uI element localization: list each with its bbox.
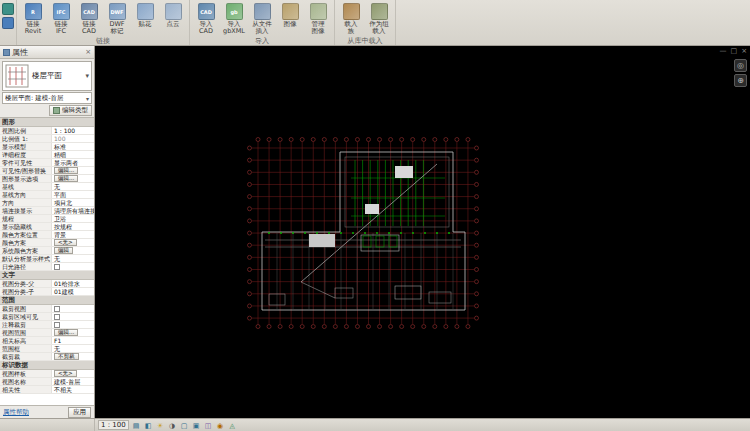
property-value-text: 背景 <box>54 231 66 238</box>
property-value[interactable]: 标准 <box>52 143 94 150</box>
sun-path-icon[interactable]: ☀ <box>155 420 166 430</box>
ribbon-button[interactable]: R链接 Revit <box>19 1 47 36</box>
property-row: 图形显示选项编辑... <box>0 175 94 183</box>
ribbon-panels: R链接 RevitIFC链接 IFCCAD链接 CADDWFDWF 标记贴花点云… <box>17 0 396 45</box>
property-label: 显示隐藏线 <box>0 223 52 230</box>
property-edit-button[interactable]: 不剪裁 <box>54 353 79 360</box>
property-edit-button[interactable]: 编辑... <box>54 167 78 174</box>
ribbon-button-label: 作为组 载入 <box>369 21 389 36</box>
property-value[interactable]: 按规程 <box>52 223 94 230</box>
ribbon-button[interactable]: DWFDWF 标记 <box>103 1 131 36</box>
property-row: 注释裁剪 <box>0 321 94 329</box>
ribbon-button[interactable]: 点云 <box>159 1 187 28</box>
property-row: 基线无 <box>0 183 94 191</box>
ribbon-button[interactable]: 管理 图像 <box>304 1 332 36</box>
property-row: 颜色方案位置背景 <box>0 231 94 239</box>
crop-view-icon[interactable]: ▢ <box>179 420 190 430</box>
properties-help-link[interactable]: 属性帮助 <box>3 408 29 417</box>
visual-style-icon[interactable]: ◧ <box>143 420 154 430</box>
ribbon-button[interactable]: 贴花 <box>131 1 159 28</box>
property-value-text: 无 <box>54 183 60 190</box>
property-section-header[interactable]: 图形 <box>0 118 94 127</box>
temporary-hide-isolate-icon[interactable]: ◫ <box>203 420 214 430</box>
property-value[interactable]: 清理所有墙连接 <box>52 207 94 214</box>
ribbon-button[interactable]: 从文件 插入 <box>248 1 276 36</box>
ribbon-button[interactable]: IFC链接 IFC <box>47 1 75 36</box>
property-checkbox[interactable] <box>54 314 60 320</box>
steering-wheel-icon[interactable]: ◎ <box>734 59 747 72</box>
property-row: 相关标高F1 <box>0 337 94 345</box>
property-edit-button[interactable]: <无> <box>54 239 77 246</box>
property-checkbox[interactable] <box>54 264 60 270</box>
property-value[interactable]: 100 <box>52 135 94 142</box>
property-edit-button[interactable]: 编辑 <box>54 247 73 254</box>
zoom-icon[interactable]: ⊕ <box>734 74 747 87</box>
property-edit-button[interactable]: 编辑... <box>54 175 78 182</box>
property-value[interactable]: 卫浴 <box>52 215 94 222</box>
property-value[interactable]: 01建模 <box>52 288 94 295</box>
property-value[interactable]: 背景 <box>52 231 94 238</box>
property-value[interactable]: 无 <box>52 255 94 262</box>
view-type-combo-value: 楼层平面: 建模-首层 <box>5 94 86 103</box>
type-selector[interactable]: 楼层平面 ▾ <box>2 61 92 91</box>
floor-plan-drawing[interactable] <box>95 46 750 418</box>
property-value[interactable]: 精细 <box>52 151 94 158</box>
property-value[interactable]: 01给排水 <box>52 280 94 287</box>
property-section-header[interactable]: 标识数据 <box>0 361 94 370</box>
property-label: 基线 <box>0 183 52 190</box>
view-minimize-icon[interactable]: — <box>720 47 727 56</box>
property-value[interactable]: 显示两者 <box>52 159 94 166</box>
property-value[interactable]: 建模-首层 <box>52 378 94 385</box>
ribbon-button[interactable]: CAD导入 CAD <box>192 1 220 36</box>
property-value-text: F1 <box>54 337 61 344</box>
stub-modify-icon[interactable] <box>2 3 14 15</box>
property-value-text: 建模-首层 <box>54 378 80 385</box>
property-value-text: 无 <box>54 255 60 262</box>
property-value-text: 标准 <box>54 143 66 150</box>
apply-button[interactable]: 应用 <box>68 407 91 418</box>
property-value[interactable]: F1 <box>52 337 94 344</box>
property-value[interactable]: 无 <box>52 183 94 190</box>
property-checkbox[interactable] <box>54 322 60 328</box>
reveal-hidden-elements-icon[interactable]: ◉ <box>215 420 226 430</box>
view-restore-icon[interactable]: □ <box>731 47 738 56</box>
properties-title: 属性 <box>12 47 83 58</box>
property-value[interactable]: 平面 <box>52 191 94 198</box>
drawing-viewport[interactable]: —□× ◎⊕ <box>95 46 750 418</box>
property-section-header[interactable]: 文字 <box>0 271 94 280</box>
property-value[interactable]: 无 <box>52 345 94 352</box>
property-grid: 图形视图比例1 : 100比例值 1:100显示模型标准详细程度精细零件可见性显… <box>0 117 94 405</box>
ribbon-button[interactable]: 图像 <box>276 1 304 28</box>
view-type-combo[interactable]: 楼层平面: 建模-首层 ▾ <box>2 92 92 104</box>
ribbon-button[interactable]: 载入 族 <box>337 1 365 36</box>
ribbon-button[interactable]: gb导入 gbXML <box>220 1 248 36</box>
edit-type-icon <box>53 107 60 114</box>
property-section-header[interactable]: 范围 <box>0 296 94 305</box>
property-label: 图形显示选项 <box>0 175 52 182</box>
property-row: 视图分类-父01给排水 <box>0 280 94 288</box>
property-checkbox[interactable] <box>54 306 60 312</box>
status-bar: 1 : 100 ▤◧☀◑▢▣◫◉◬ <box>0 418 750 431</box>
show-crop-region-icon[interactable]: ▣ <box>191 420 202 430</box>
ribbon-button-label: 导入 gbXML <box>223 21 245 36</box>
ribbon-button[interactable]: CAD链接 CAD <box>75 1 103 36</box>
property-label: 基线方向 <box>0 191 52 198</box>
property-edit-button[interactable]: 编辑... <box>54 329 78 336</box>
edit-type-button[interactable]: 编辑类型 <box>49 105 92 116</box>
property-value-text: 1 : 100 <box>54 127 75 134</box>
analytical-model-icon[interactable]: ◬ <box>227 420 238 430</box>
property-value[interactable]: 项目北 <box>52 199 94 206</box>
property-value: 编辑... <box>52 329 94 336</box>
view-close-icon[interactable]: × <box>741 47 747 56</box>
view-scale-button[interactable]: 1 : 100 <box>98 420 129 430</box>
properties-close-icon[interactable]: × <box>85 48 91 56</box>
shadows-icon[interactable]: ◑ <box>167 420 178 430</box>
property-edit-button[interactable]: <无> <box>54 370 77 377</box>
property-value[interactable]: 不相关 <box>52 386 94 393</box>
ribbon-button-label: 贴花 <box>139 21 152 28</box>
property-row: 墙连接显示清理所有墙连接 <box>0 207 94 215</box>
property-value[interactable]: 1 : 100 <box>52 127 94 134</box>
ribbon-button[interactable]: 作为组 载入 <box>365 1 393 36</box>
detail-level-icon[interactable]: ▤ <box>131 420 142 430</box>
stub-select-icon[interactable] <box>2 17 14 29</box>
